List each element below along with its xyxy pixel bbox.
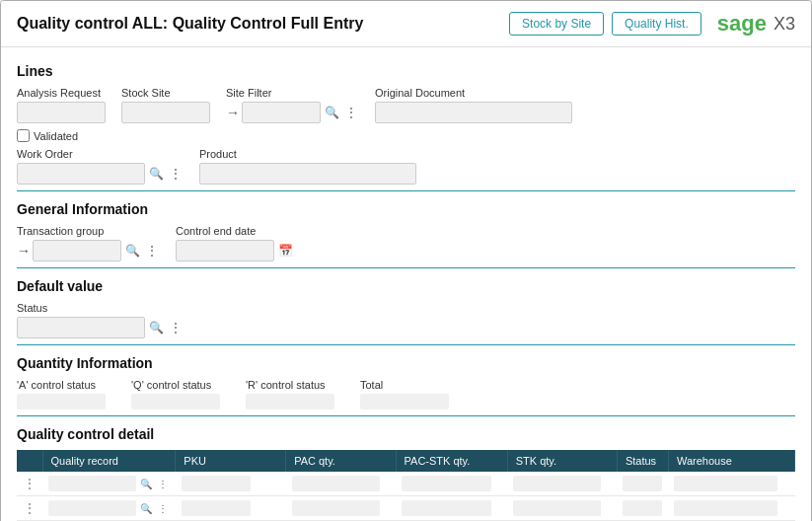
total-label: Total — [360, 379, 459, 391]
original-document-group: Original Document — [375, 87, 572, 123]
warehouse-input-2[interactable] — [674, 500, 776, 516]
stk-qty-input-2[interactable] — [513, 500, 601, 516]
total-value — [360, 394, 449, 409]
lines-row-1: Analysis Request Stock Site Site Filter … — [17, 87, 795, 123]
warehouse-input[interactable] — [674, 476, 776, 491]
col-pac-qty: PAC qty. — [286, 450, 396, 472]
quality-record-menu-icon[interactable]: ⋮ — [156, 479, 170, 489]
lines-row-2: Work Order 🔍 ⋮ Product — [17, 148, 795, 185]
pac-qty-input-2[interactable] — [292, 500, 380, 516]
col-pac-stk-qty: PAC-STK qty. — [396, 450, 507, 472]
quality-record-search-icon[interactable]: 🔍 — [138, 479, 154, 489]
table-row: ⋮ 🔍 ⋮ — [17, 472, 795, 496]
work-order-label: Work Order — [17, 148, 184, 160]
control-end-date-input[interactable] — [176, 240, 274, 261]
col-quality-record: Quality record — [42, 450, 176, 472]
quality-control-detail-title: Quality control detail — [17, 426, 795, 442]
col-warehouse: Warehouse — [668, 450, 794, 472]
status-group: Status 🔍 ⋮ — [17, 302, 184, 338]
pku-input-2[interactable] — [182, 500, 251, 516]
status-input[interactable] — [17, 317, 145, 338]
site-filter-search-icon[interactable]: 🔍 — [323, 106, 341, 119]
site-filter-group: Site Filter → 🔍 ⋮ — [226, 87, 359, 123]
quality-record-search-icon-2[interactable]: 🔍 — [138, 503, 154, 514]
sage-logo-text: sage — [717, 11, 767, 37]
work-order-menu-icon[interactable]: ⋮ — [168, 167, 184, 181]
row-drag-handle-2[interactable]: ⋮ — [23, 500, 37, 516]
quality-record-input[interactable] — [48, 476, 136, 491]
quantity-info-row: 'A' control status 'Q' control status 'R… — [17, 379, 795, 409]
transaction-group-input[interactable] — [33, 240, 121, 261]
transaction-group-menu-icon[interactable]: ⋮ — [144, 244, 160, 258]
sage-logo: sage X3 — [717, 11, 795, 37]
pac-stk-qty-cell-2 — [396, 496, 507, 521]
analysis-request-label: Analysis Request — [17, 87, 106, 99]
transaction-group-search-icon[interactable]: 🔍 — [123, 244, 142, 258]
stock-site-group: Stock Site — [121, 87, 210, 123]
site-filter-input-row: → 🔍 ⋮ — [226, 102, 359, 123]
col-handle — [17, 450, 42, 472]
pku-input[interactable] — [182, 476, 251, 491]
row-drag-handle[interactable]: ⋮ — [23, 476, 37, 491]
a-control-value — [17, 394, 106, 409]
quality-hist-button[interactable]: Quality Hist. — [612, 12, 701, 36]
r-control-label: 'R' control status — [246, 379, 344, 391]
transaction-group-arrow: → — [17, 243, 31, 259]
pku-cell — [176, 472, 286, 496]
stk-qty-input[interactable] — [513, 476, 601, 491]
control-end-date-group: Control end date 📅 — [176, 225, 295, 261]
status-cell — [617, 472, 668, 496]
status-search-icon[interactable]: 🔍 — [147, 321, 166, 335]
work-order-input-row: 🔍 ⋮ — [17, 163, 184, 185]
quality-record-input-row: 🔍 ⋮ — [48, 476, 170, 491]
transaction-group-input-row: → 🔍 ⋮ — [17, 240, 160, 261]
content-area: Lines Analysis Request Stock Site Site F… — [1, 47, 811, 521]
control-end-date-calendar-icon[interactable]: 📅 — [276, 244, 295, 258]
analysis-request-input[interactable] — [17, 102, 106, 123]
work-order-group: Work Order 🔍 ⋮ — [17, 148, 184, 185]
validated-label: Validated — [34, 130, 78, 142]
work-order-search-icon[interactable]: 🔍 — [147, 167, 166, 181]
stk-qty-cell — [507, 472, 617, 496]
validated-checkbox[interactable] — [17, 129, 30, 142]
status-menu-icon[interactable]: ⋮ — [168, 321, 184, 335]
general-info-divider — [17, 190, 795, 191]
original-document-label: Original Document — [375, 87, 572, 99]
status-cell-2 — [617, 496, 668, 521]
stock-site-label: Stock Site — [121, 87, 210, 99]
quality-record-menu-icon-2[interactable]: ⋮ — [156, 503, 170, 514]
status-table-input[interactable] — [623, 476, 662, 491]
table-body: ⋮ 🔍 ⋮ — [17, 472, 795, 521]
site-filter-input[interactable] — [242, 102, 321, 123]
validated-row: Validated — [17, 129, 795, 142]
quality-control-detail-divider — [17, 415, 795, 416]
q-control-value — [131, 394, 220, 409]
work-order-input[interactable] — [17, 163, 145, 185]
stock-by-site-button[interactable]: Stock by Site — [509, 12, 604, 36]
quality-control-table: Quality record PKU PAC qty. PAC-STK qty.… — [17, 450, 795, 521]
pac-qty-input[interactable] — [292, 476, 380, 491]
site-filter-menu-icon[interactable]: ⋮ — [343, 106, 359, 119]
quality-record-cell: 🔍 ⋮ — [42, 472, 176, 496]
product-group: Product — [199, 148, 416, 185]
x3-logo-text: X3 — [769, 14, 795, 35]
status-table-input-2[interactable] — [623, 500, 662, 516]
main-window: Quality control ALL: Quality Control Ful… — [0, 0, 812, 521]
col-status: Status — [617, 450, 668, 472]
default-value-divider — [17, 267, 795, 268]
original-document-input[interactable] — [375, 102, 572, 123]
row-handle-cell-2: ⋮ — [17, 496, 42, 521]
quantity-info-title: Quantity Information — [17, 355, 795, 371]
quality-record-input-2[interactable] — [48, 500, 136, 516]
product-label: Product — [199, 148, 416, 160]
transaction-group-group: Transaction group → 🔍 ⋮ — [17, 225, 160, 261]
q-control-label: 'Q' control status — [131, 379, 230, 391]
total-group: Total — [360, 379, 459, 409]
product-input[interactable] — [199, 163, 416, 185]
analysis-request-group: Analysis Request — [17, 87, 106, 123]
q-control-group: 'Q' control status — [131, 379, 230, 409]
pac-stk-qty-input-2[interactable] — [402, 500, 491, 516]
stock-site-input[interactable] — [121, 102, 210, 123]
pac-stk-qty-input[interactable] — [402, 476, 491, 491]
page-title: Quality control ALL: Quality Control Ful… — [17, 15, 509, 33]
